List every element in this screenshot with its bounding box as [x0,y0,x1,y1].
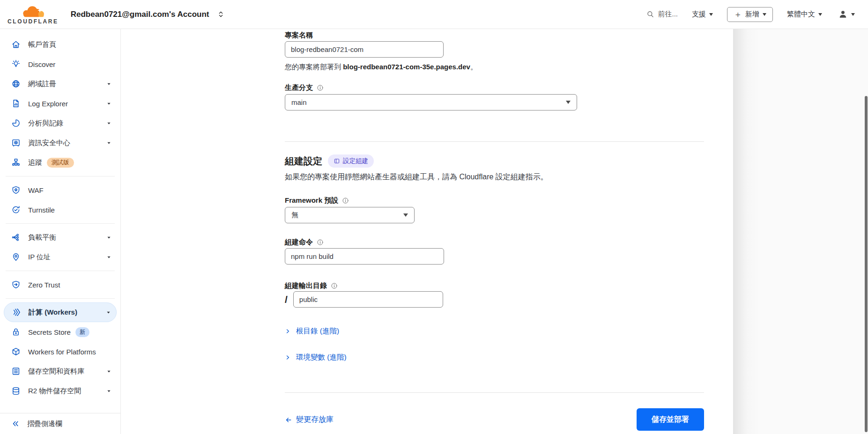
content-edge-fade [733,29,868,434]
save-and-deploy-button[interactable]: 儲存並部署 [637,408,704,431]
sidebar-item-discover[interactable]: Discover [0,54,120,74]
search-icon [646,10,654,18]
sidebar-item-workers-for-platforms[interactable]: Workers for Platforms [0,342,120,361]
advanced-toggle-environment-variables[interactable]: 環境變數 (進階) [285,353,347,362]
build-output-input[interactable] [293,291,443,308]
chevron-right-icon [285,354,291,360]
build-command-input[interactable] [285,248,444,265]
globe-icon [11,79,21,88]
language-label: 繁體中文 [787,10,815,19]
sidebar-item-label: IP 位址 [28,253,51,262]
sidebar-item-security-center[interactable]: 資訊安全中心 [0,133,120,153]
page-scrollbar[interactable] [865,96,868,432]
chevron-down-icon [106,101,112,107]
project-name-input[interactable] [285,41,444,58]
account-switcher-icon[interactable] [217,10,225,18]
configure-build-label: 設定組建 [343,157,368,165]
chevron-down-icon [403,213,408,217]
chevron-down-icon [106,388,112,394]
helper-prefix: 您的專案將部署到 [285,63,343,71]
advanced-toggle-label: 環境變數 (進階) [296,353,347,362]
sidebar-item-zero-trust[interactable]: Zero Trust [0,275,120,294]
info-icon[interactable] [317,84,324,91]
sidebar-item-label: Zero Trust [28,281,60,289]
lock-icon [11,327,21,337]
chevron-right-icon [285,328,291,334]
cube-icon [11,347,21,356]
r2-icon [11,386,21,396]
cloudflare-logo[interactable]: CLOUDFLARE [7,4,59,25]
framework-preset-select[interactable]: 無 [285,207,415,223]
sidebar-item-log-explorer[interactable]: Log Explorer [0,94,120,113]
waf-icon [11,185,21,195]
chevron-down-icon [106,120,112,126]
sidebar-item-domain-registration[interactable]: 網域註冊 [0,74,120,94]
change-repository-link[interactable]: 變更存放庫 [285,415,334,425]
global-search[interactable]: 前往... [646,10,678,19]
production-branch-label: 生產分支 [285,83,324,92]
build-output-label: 組建輸出目錄 [285,281,338,290]
build-command-label: 組建命令 [285,238,324,247]
trace-icon [11,158,21,167]
zt-icon [11,280,21,289]
sidebar-item-label: 計算 (Workers) [29,308,77,317]
sidebar-item-label: WAF [28,186,44,194]
chevron-down-icon [106,254,112,260]
sidebar-divider [6,176,115,177]
add-button[interactable]: ＋ 新增 [727,7,773,22]
helper-domain: blog-redbean0721-com-35e.pages.dev [343,63,470,71]
user-icon [838,9,848,19]
production-branch-select[interactable]: main [285,94,577,110]
framework-preset-label-text: Framework 預設 [285,196,338,205]
workers-icon [12,308,21,317]
chevron-down-icon [566,101,571,104]
sidebar-item-storage-databases[interactable]: 儲存空間和資料庫 [0,361,120,381]
production-branch-value: main [291,98,307,106]
sidebar-item-ip-addresses[interactable]: IP 位址 [0,247,120,267]
info-icon[interactable] [342,197,349,204]
sidebar-item-waf[interactable]: WAF [0,180,120,200]
info-icon[interactable] [317,239,324,246]
build-output-label-text: 組建輸出目錄 [285,281,327,290]
support-menu[interactable]: 支援 [692,10,713,19]
advanced-toggle-label: 根目錄 (進階) [296,326,339,336]
sidebar-item-trace[interactable]: 追蹤測試版 [0,153,120,172]
sidebar-item-label: 追蹤 [28,158,42,167]
main-content: 專案名稱 您的專案將部署到 blog-redbean0721-com-35e.p… [121,29,868,434]
build-command-label-text: 組建命令 [285,238,313,247]
chevron-down-icon [106,81,112,87]
sidebar-item-load-balancing[interactable]: 負載平衡 [0,228,120,247]
chevron-down-icon [763,13,766,16]
build-settings-title-row: 組建設定 設定組建 [285,154,374,168]
collapse-sidebar-button[interactable]: 摺疊側邊欄 [0,413,120,434]
user-menu[interactable] [838,9,855,19]
pie-icon [11,118,21,128]
build-settings-title: 組建設定 [285,155,322,168]
cloudflare-cloud-icon [20,4,45,19]
sidebar-item-label: 資訊安全中心 [28,139,70,147]
footer-divider [285,392,704,393]
chevron-down-icon [105,309,111,316]
sidebar-item-r2[interactable]: R2 物件儲存空間 [0,381,120,401]
sidebar-item-workers[interactable]: 計算 (Workers) [4,302,117,322]
sidebar-item-analytics-logs[interactable]: 分析與記錄 [0,113,120,133]
sidebar-item-secrets-store[interactable]: Secrets Store新 [0,322,120,342]
language-menu[interactable]: 繁體中文 [787,10,822,19]
sidebar-nav: 帳戶首頁Discover網域註冊Log Explorer分析與記錄資訊安全中心追… [0,29,120,406]
sidebar-item-turnstile[interactable]: Turnstile [0,200,120,220]
path-prefix: / [285,294,288,305]
dblist-icon [11,367,21,376]
sidebar-item-label: 網域註冊 [28,80,56,88]
sidebar-item-account-home[interactable]: 帳戶首頁 [0,35,120,54]
chevron-down-icon [851,13,855,16]
configure-build-badge[interactable]: 設定組建 [328,154,374,168]
arrow-left-icon [285,416,292,424]
sidebar-item-label: Secrets Store [28,328,71,336]
plus-icon: ＋ [734,10,742,19]
helper-suffix: 。 [470,63,477,71]
sidebar: 帳戶首頁Discover網域註冊Log Explorer分析與記錄資訊安全中心追… [0,29,121,434]
advanced-toggle-root-directory[interactable]: 根目錄 (進階) [285,326,339,336]
info-icon[interactable] [331,282,338,289]
beta-badge: 測試版 [47,158,74,168]
pin-icon [11,252,21,262]
